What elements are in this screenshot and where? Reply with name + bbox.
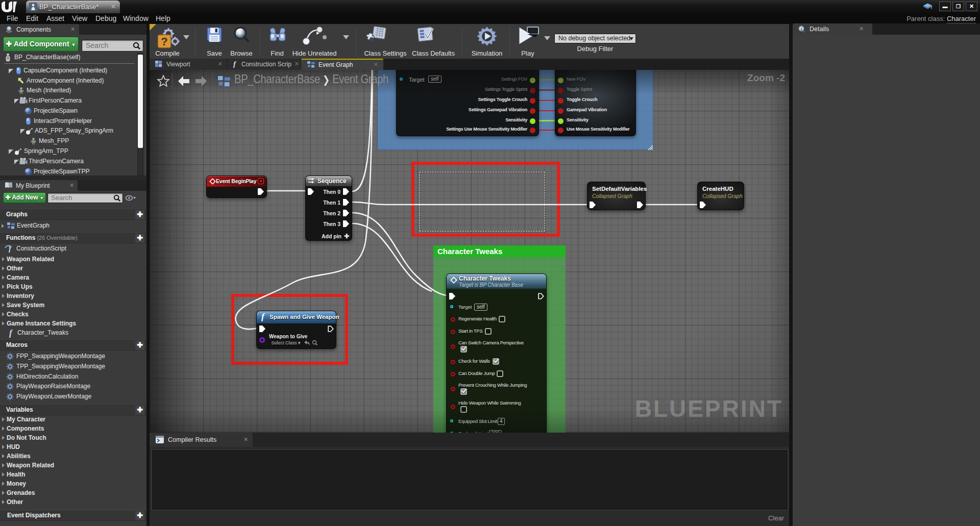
svg-text:?: ? bbox=[161, 35, 167, 48]
